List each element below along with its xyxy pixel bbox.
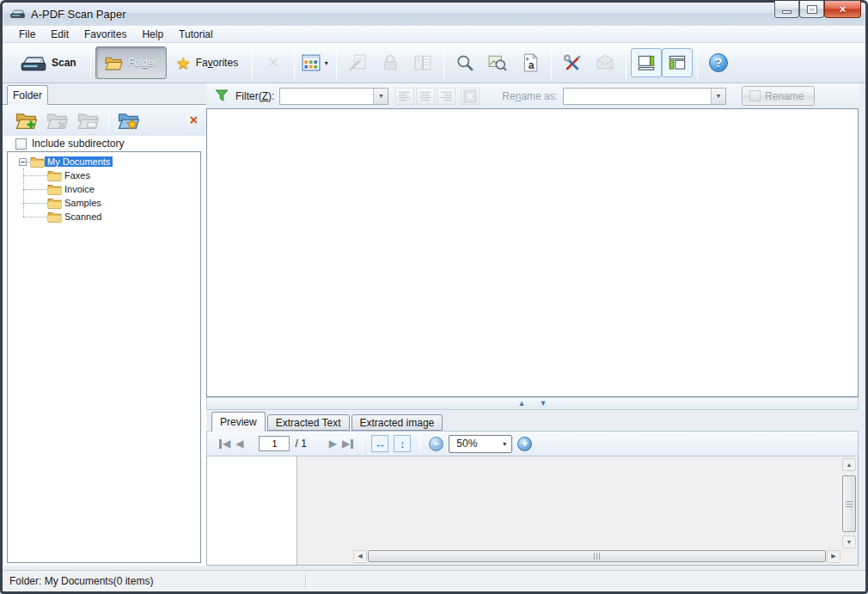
favorites-view-button[interactable]: ★ Favorites [167,46,248,79]
page-number-input[interactable] [259,436,290,451]
settings-button[interactable] [556,46,589,79]
splitter-down-icon[interactable]: ▼ [540,400,547,407]
status-divider [305,574,307,588]
vertical-scrollbar[interactable]: ▲ ▼ [842,458,857,548]
document-list-area[interactable] [206,108,859,397]
include-subdirectory-checkbox[interactable] [15,138,27,150]
first-page-button[interactable]: ◀ [219,438,230,449]
page-thumbnail-list[interactable] [207,456,297,565]
zoom-out-button[interactable]: − [429,437,443,451]
help-button[interactable]: ? [702,46,735,79]
next-page-button[interactable]: ▶ [329,438,337,449]
layout-side-button[interactable] [662,48,693,77]
plus-icon: + [522,438,528,449]
chevron-down-icon: ▼ [378,93,384,99]
scan-button[interactable]: Scan [11,46,86,79]
label-part: ame as: [521,90,558,102]
tree-row[interactable]: Samples [8,196,200,210]
vertical-scrollbar-thumb[interactable] [842,475,856,532]
folder-icon [105,55,123,71]
favorite-folder-button[interactable] [115,107,143,133]
email-button[interactable] [589,46,621,79]
fit-width-icon: ↔ [375,438,386,450]
tools-icon [563,53,582,72]
tree-label[interactable]: Scanned [62,211,104,222]
menu-tutorial[interactable]: Tutorial [171,26,221,43]
rename-dropdown-button[interactable]: ▼ [711,89,725,104]
filter-dropdown-button[interactable]: ▼ [373,89,388,104]
tree-row[interactable]: Invoice [8,182,200,196]
menu-help[interactable]: Help [134,26,171,43]
status-bar: Folder: My Documents(0 items) [3,570,865,591]
scroll-up-button[interactable]: ▲ [842,458,856,471]
rename-folder-button[interactable] [75,107,102,133]
tab-extracted-text[interactable]: Extracted Text [267,414,350,431]
delete-folder-button[interactable] [44,107,71,133]
previous-page-button[interactable]: ◀ [235,438,243,449]
search-image-button[interactable] [481,46,514,79]
tree-label-root[interactable]: My Documents [45,156,113,167]
search-button[interactable] [449,46,481,79]
horizontal-scrollbar-thumb[interactable] [368,550,826,562]
tree-label[interactable]: Faxes [62,170,93,181]
folder-tree[interactable]: My Documents Faxes Invoice Samples Scann [7,151,201,563]
wand-document-icon [348,53,367,72]
layout-bottom-button[interactable] [631,48,662,77]
new-folder-button[interactable] [13,107,40,133]
align-right-button[interactable] [437,88,455,105]
filter-input[interactable] [280,89,373,104]
align-left-button[interactable] [395,88,414,105]
lock-button[interactable] [374,46,406,79]
toolbar-separator [294,46,295,79]
label-part: er [148,57,157,69]
delete-button[interactable]: × [257,46,290,79]
include-subdirectory-label[interactable]: Include subdirectory [32,138,124,150]
align-center-button[interactable] [416,88,435,105]
folder-view-button[interactable]: Folder [95,46,167,79]
tab-folder[interactable]: Folder [7,85,48,105]
horizontal-scrollbar[interactable]: ◀ ▶ [353,549,840,563]
rename-input[interactable] [564,89,711,104]
bottom-tab-strip: Preview Extracted Text Extracted image [206,411,859,431]
toolbar-separator [697,46,698,79]
tree-row-root[interactable]: My Documents [8,155,200,168]
scroll-down-button[interactable]: ▼ [842,536,856,548]
rename-button[interactable]: Rename [742,86,815,106]
panel-splitter[interactable]: ▲ ▼ [206,397,859,410]
include-subdirectory-row: Include subdirectory [3,136,206,151]
ocr-button[interactable] [514,46,547,79]
scroll-left-button[interactable]: ◀ [353,550,367,563]
folder-star-icon [118,111,140,131]
close-button[interactable]: × [824,1,861,18]
collapse-icon[interactable] [19,158,27,166]
last-page-button[interactable]: ▶ [342,438,353,449]
menu-favorites[interactable]: Favorites [76,26,134,43]
minimize-button[interactable] [774,1,799,18]
menu-edit[interactable]: Edit [43,26,76,43]
tree-row[interactable]: Faxes [8,168,200,182]
toolbar-separator [551,46,552,79]
tab-preview[interactable]: Preview [211,412,266,432]
tree-label[interactable]: Invoice [62,184,97,194]
splitter-up-icon[interactable]: ▲ [518,400,526,407]
scroll-right-icon: ▶ [831,553,835,560]
layout-bottom-icon [636,53,657,72]
tab-extracted-image[interactable]: Extracted image [351,414,443,431]
tree-row[interactable]: Scanned [8,210,200,224]
tree-label[interactable]: Samples [62,198,104,208]
fit-width-button[interactable]: ↔ [371,435,388,452]
edit-wand-button[interactable] [341,46,374,79]
clear-filter-button[interactable] [461,88,480,105]
menu-file[interactable]: File [11,26,43,43]
split-view-button[interactable] [406,46,439,79]
fit-height-button[interactable]: ↕ [394,435,411,452]
zoom-in-button[interactable]: + [517,437,532,451]
maximize-button[interactable] [799,1,824,18]
scroll-right-button[interactable]: ▶ [827,550,840,563]
close-panel-button[interactable]: × [190,113,198,127]
scroll-down-icon: ▼ [847,539,853,545]
folder-label: Folder [128,57,157,69]
view-mode-button[interactable]: ▼ [299,46,332,79]
zoom-level-combobox[interactable]: 50% ▼ [449,435,512,453]
label-part: Z [262,90,268,102]
